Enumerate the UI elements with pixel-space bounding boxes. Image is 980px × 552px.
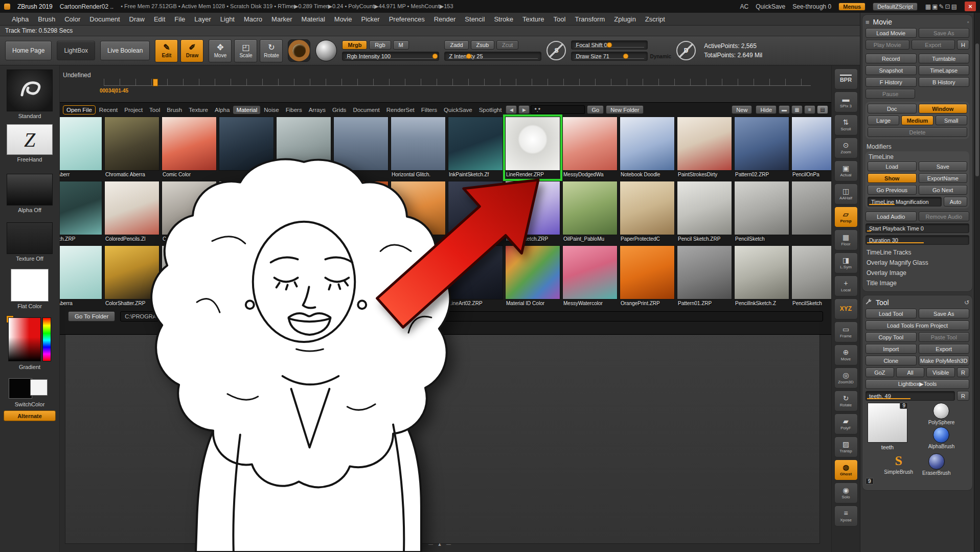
overlay-magnify-label[interactable]: Overlay Magnify Glass	[865, 257, 969, 267]
right-shelf-button[interactable]: ⇅ Scroll	[834, 114, 858, 135]
right-shelf-button[interactable]: ◎ Zoom3D	[834, 367, 858, 388]
right-shelf-button[interactable]: BPR	[834, 68, 858, 89]
live-boolean-button[interactable]: Live Boolean	[100, 41, 150, 60]
lightbox-tab[interactable]: Grids	[329, 106, 349, 114]
start-playback-slider[interactable]: Start Playback Time 0	[865, 223, 969, 233]
goz-visible-button[interactable]: Visible	[926, 367, 955, 377]
default-zscript-button[interactable]: DefaultZScript	[873, 3, 918, 11]
timeline-tracks-label[interactable]: TimeLine Tracks	[865, 247, 969, 257]
right-shelf-button[interactable]: ▬ SPix 3	[834, 91, 858, 112]
color-swatches[interactable]	[7, 376, 53, 400]
main-color-swatch[interactable]	[9, 378, 32, 399]
right-shelf-button[interactable]: ⊕ Move	[834, 344, 858, 365]
lightbox-thumbnail[interactable]: OilPaint_PabloMu	[562, 181, 618, 243]
menu-item[interactable]: Zplugin	[609, 15, 641, 23]
goz-button[interactable]: GoZ	[865, 367, 894, 377]
quicksave-button[interactable]: QuickSave	[756, 3, 785, 10]
menu-item[interactable]: Tool	[549, 15, 571, 23]
lightbox-thumbnail[interactable]: atic Aberr	[60, 117, 102, 179]
right-shelf-button[interactable]: ▨ Transp	[834, 436, 858, 457]
timeline-ruler[interactable]	[104, 79, 811, 86]
rgb-button[interactable]: Rgb	[369, 40, 391, 50]
record-button[interactable]: Record	[865, 54, 917, 63]
right-shelf-button[interactable]: + Local	[834, 275, 858, 296]
menu-item[interactable]: Macro	[239, 15, 267, 23]
zadd-button[interactable]: Zadd	[444, 40, 468, 50]
b-history-button[interactable]: B History	[919, 77, 970, 87]
load-movie-button[interactable]: Load Movie	[865, 28, 917, 38]
eraserbrush-tool[interactable]: EraserBrush	[922, 453, 951, 476]
slider-handle[interactable]	[623, 54, 628, 59]
export-movie-button[interactable]: Export	[911, 40, 955, 50]
d-curve-icon[interactable]: D	[676, 41, 696, 60]
go-to-folder-button[interactable]: Go To Folder	[68, 311, 115, 321]
color-picker-area[interactable]	[6, 315, 53, 362]
hue-strip[interactable]	[42, 317, 51, 361]
right-shelf-button[interactable]: ⊙ Zoom	[834, 137, 858, 158]
filter-input[interactable]: *.*	[531, 105, 585, 114]
timelapse-button[interactable]: TimeLapse	[919, 65, 970, 75]
printer-icon[interactable]: ⊡	[945, 3, 951, 10]
import-button[interactable]: Import	[865, 344, 917, 354]
scrollbar-thumb[interactable]	[975, 43, 979, 176]
timeline-load-button[interactable]: Load	[868, 162, 917, 171]
pause-button[interactable]: Pause	[865, 89, 915, 99]
lightbox-thumbnail[interactable]: OrangePrint.ZRP	[620, 245, 675, 308]
back-icon[interactable]: ◀	[506, 105, 517, 114]
slider-handle[interactable]	[607, 42, 612, 48]
rotate-button[interactable]: ↻ Rotate	[260, 39, 283, 62]
brush-selector[interactable]: Standard	[7, 70, 53, 119]
doc-button[interactable]: Doc	[868, 104, 917, 113]
lightbox-thumbnail[interactable]: PencilOnPa	[791, 117, 831, 179]
r-button-2[interactable]: R	[957, 391, 969, 401]
new-folder-button[interactable]: New Folder	[606, 105, 644, 114]
alpha-selector[interactable]: Alpha Off	[7, 174, 53, 213]
menu-item[interactable]: Stroke	[489, 15, 518, 23]
s-curve-icon[interactable]: S	[546, 41, 566, 60]
ac-toggle[interactable]: AC	[740, 3, 749, 10]
menu-item[interactable]: Marker	[267, 15, 297, 23]
menu-item[interactable]: Color	[60, 15, 85, 23]
wrench-icon[interactable]	[865, 298, 872, 307]
auto-button[interactable]: Auto	[944, 197, 967, 206]
lightbox-thumbnail[interactable]: PaintStrokesDirty	[677, 117, 732, 179]
lightbox-tab[interactable]: Spotlight	[476, 106, 505, 114]
snapshot-button[interactable]: Snapshot	[865, 65, 917, 75]
new-button[interactable]: New	[732, 105, 752, 114]
material-selector[interactable]: Flat Color	[11, 269, 49, 309]
pen-icon[interactable]: ✎	[939, 3, 945, 10]
timeline-show-button[interactable]: Show	[868, 173, 917, 183]
lightbox-thumbnail[interactable]: Pattern02.ZRP	[734, 117, 789, 179]
copy-tool-button[interactable]: Copy Tool	[865, 332, 917, 342]
menu-item[interactable]: Edit	[149, 15, 170, 23]
lightbox-tab[interactable]: Material	[233, 106, 260, 114]
grid-view-icon[interactable]: ▦	[791, 105, 803, 114]
delete-button[interactable]: Delete	[868, 127, 967, 137]
go-next-button[interactable]: Go Next	[919, 185, 968, 195]
lightbox-tab[interactable]: Noise	[261, 106, 282, 114]
duration-slider[interactable]: Duration 30	[865, 235, 969, 245]
lightbox-tab[interactable]: Brush	[164, 106, 185, 114]
circle-icon[interactable]: ◦	[967, 18, 969, 26]
right-shelf-button[interactable]: ▦ Floor	[834, 229, 858, 250]
lightbox-thumbnail[interactable]: atic Aberra	[60, 245, 102, 308]
slider-handle[interactable]	[432, 54, 438, 59]
grid-icon[interactable]: ▦	[925, 3, 931, 10]
lightbox-tab[interactable]: Open File	[63, 105, 96, 114]
load-tool-button[interactable]: Load Tool	[865, 309, 917, 318]
save-movie-as-button[interactable]: Save As	[919, 28, 970, 38]
color-picker[interactable]: Gradient	[6, 315, 53, 370]
lightbox-tools-button[interactable]: Lightbox▶Tools	[865, 379, 969, 389]
lightbox-thumbnail[interactable]: PencilSketch	[734, 181, 789, 243]
modifiers-label[interactable]: Modifiers	[865, 141, 969, 151]
lightbox-tab[interactable]: Tool	[146, 106, 163, 114]
lightbox-thumbnail[interactable]: Notebook Doodle	[620, 117, 675, 179]
lightbox-tab[interactable]: Recent	[96, 106, 121, 114]
go-previous-button[interactable]: Go Previous	[868, 185, 917, 195]
palette-icon[interactable]: ▤	[951, 3, 958, 10]
switch-color[interactable]: SwitchColor	[7, 376, 53, 407]
slider-handle[interactable]	[466, 54, 472, 59]
polysphere-tool[interactable]: PolySphere	[928, 403, 955, 425]
right-shelf-button[interactable]: ◉ Solo	[834, 482, 858, 503]
draw-button[interactable]: ✐ Draw	[180, 39, 203, 62]
